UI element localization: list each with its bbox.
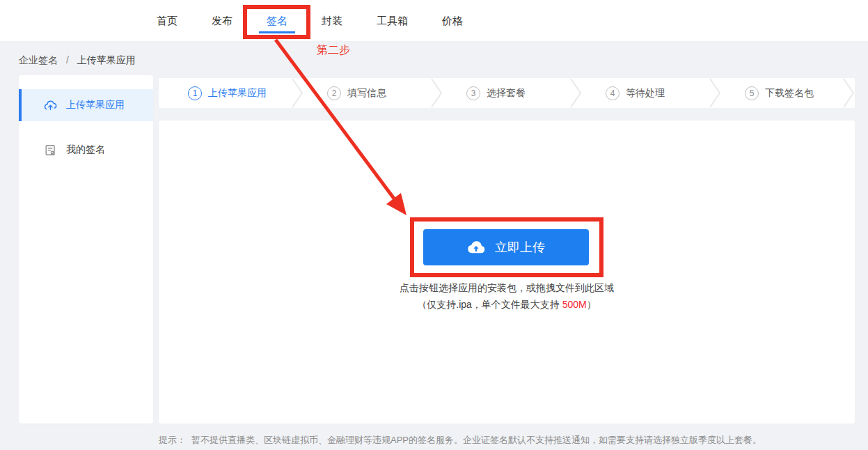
step-number: 2: [327, 86, 341, 100]
wizard-step-4-waiting: 4 等待处理: [576, 78, 716, 108]
nav-item-home[interactable]: 首页: [157, 15, 177, 28]
step-label: 等待处理: [626, 87, 665, 100]
annotation-step-note: 第二步: [317, 43, 350, 58]
chevron-right-icon: [709, 78, 721, 108]
sidebar-item-label: 上传苹果应用: [66, 99, 125, 111]
sidebar: 上传苹果应用 我的签名: [19, 75, 153, 424]
header: 首页 发布 签名 封装 工具箱 价格: [0, 0, 868, 42]
step-number: 3: [466, 86, 480, 100]
nav-item-sign-label: 签名: [267, 15, 287, 26]
chevron-right-icon: [431, 78, 443, 108]
nav-item-price[interactable]: 价格: [442, 15, 463, 28]
upload-drop-zone[interactable]: [159, 121, 855, 424]
breadcrumb-separator: /: [66, 54, 69, 65]
sidebar-item-upload-apple-app[interactable]: 上传苹果应用: [19, 89, 153, 121]
breadcrumb-upload-app: 上传苹果应用: [77, 54, 136, 65]
step-number: 5: [745, 86, 759, 100]
wizard-step-2-fill-info: 2 填写信息: [298, 78, 437, 108]
hint-suffix: ）: [587, 299, 597, 310]
tip-label: 提示：: [159, 435, 186, 445]
wizard-step-1-upload: 1 上传苹果应用: [159, 78, 298, 108]
footer-tip: 提示：暂不提供直播类、区块链虚拟币、金融理财等违规APP的签名服务。企业证签名默…: [159, 434, 762, 447]
step-wizard: 1 上传苹果应用 2 填写信息 3 选择套餐 4 等待处理 5 下载签名包: [159, 78, 855, 108]
upload-now-button[interactable]: 立即上传: [423, 229, 589, 265]
max-size-value: 500M: [562, 299, 587, 310]
breadcrumb-enterprise-sign[interactable]: 企业签名: [19, 54, 58, 65]
step-number: 4: [606, 86, 620, 100]
tip-text: 暂不提供直播类、区块链虚拟币、金融理财等违规APP的签名服务。企业证签名默认不支…: [191, 435, 762, 445]
upload-hint-line1: 点击按钮选择应用的安装包，或拖拽文件到此区域: [159, 282, 855, 295]
sidebar-item-label: 我的签名: [66, 143, 105, 156]
hint-prefix: （仅支持.ipa，单个文件最大支持: [417, 299, 562, 310]
upload-hint-line2: （仅支持.ipa，单个文件最大支持 500M）: [159, 299, 855, 311]
active-tab-underline: [259, 31, 295, 33]
step-label: 选择套餐: [487, 87, 526, 100]
step-label: 填写信息: [347, 87, 386, 100]
chevron-right-icon: [570, 78, 582, 108]
cloud-upload-icon: [467, 238, 485, 256]
step-label: 上传苹果应用: [208, 87, 267, 100]
signature-document-icon: [44, 143, 57, 157]
chevron-right-icon: [843, 78, 855, 108]
chevron-right-icon: [292, 78, 303, 108]
sidebar-item-my-signatures[interactable]: 我的签名: [19, 134, 153, 166]
nav-item-package[interactable]: 封装: [322, 15, 342, 28]
main-nav: 首页 发布 签名 封装 工具箱 价格: [157, 0, 463, 42]
step-number: 1: [188, 86, 202, 100]
upload-now-label: 立即上传: [495, 239, 545, 256]
breadcrumb: 企业签名 / 上传苹果应用: [19, 54, 136, 67]
step-label: 下载签名包: [765, 87, 814, 100]
nav-item-toolbox[interactable]: 工具箱: [377, 15, 408, 28]
wizard-step-3-choose-plan: 3 选择套餐: [437, 78, 576, 108]
nav-item-sign[interactable]: 签名: [267, 15, 287, 28]
nav-item-publish[interactable]: 发布: [212, 15, 232, 28]
cloud-upload-icon: [44, 99, 57, 112]
wizard-step-5-download: 5 下载签名包: [716, 78, 855, 108]
